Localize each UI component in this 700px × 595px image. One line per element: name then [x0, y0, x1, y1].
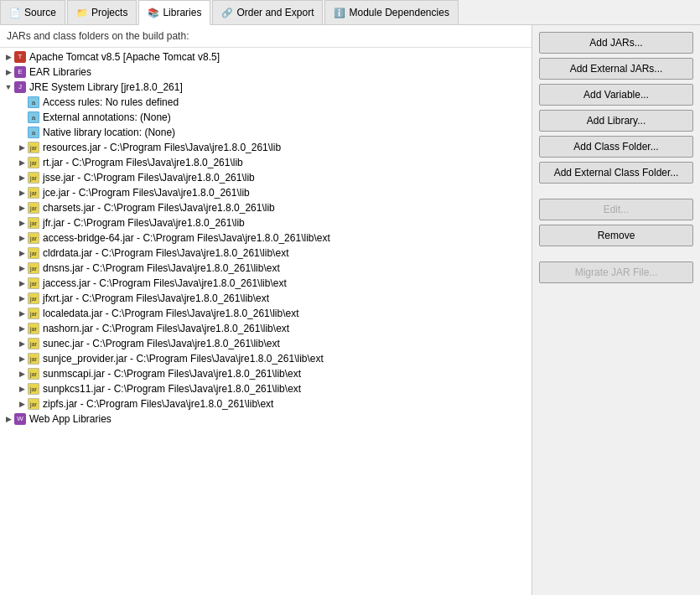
- tree-item[interactable]: J JRE System Library [jre1.8.0_261]: [0, 80, 531, 95]
- item-label: Access rules: No rules defined: [43, 96, 179, 108]
- item-icon-ear: E: [13, 65, 27, 79]
- item-icon-jar: jar: [27, 337, 40, 350]
- expand-arrow[interactable]: [17, 279, 27, 287]
- item-label: nashorn.jar - C:\Program Files\Java\jre1…: [43, 323, 289, 334]
- item-icon-jar: jar: [27, 141, 40, 154]
- tab-icon-order-export: 🔗: [221, 8, 233, 18]
- expand-arrow[interactable]: [17, 309, 27, 318]
- expand-arrow[interactable]: [17, 385, 27, 393]
- tree-item[interactable]: jar cldrdata.jar - C:\Program Files\Java…: [0, 246, 531, 261]
- tree-item[interactable]: jar localedata.jar - C:\Program Files\Ja…: [0, 306, 531, 321]
- tree-item[interactable]: jar jaccess.jar - C:\Program Files\Java\…: [0, 276, 531, 291]
- expand-arrow[interactable]: [17, 400, 27, 408]
- tree-item[interactable]: a Native library location: (None): [0, 125, 531, 140]
- tree-item[interactable]: a External annotations: (None): [0, 110, 531, 125]
- tree-item[interactable]: jar sunec.jar - C:\Program Files\Java\jr…: [0, 336, 531, 351]
- main-content: JARs and class folders on the build path…: [0, 25, 700, 595]
- tree-item[interactable]: a Access rules: No rules defined: [0, 95, 531, 110]
- add-external-class-folder-button[interactable]: Add External Class Folder...: [539, 162, 693, 184]
- expand-arrow[interactable]: [3, 53, 13, 61]
- item-label: dnsns.jar - C:\Program Files\Java\jre1.8…: [43, 262, 280, 274]
- item-label: jfxrt.jar - C:\Program Files\Java\jre1.8…: [43, 292, 269, 304]
- tree-item[interactable]: jar jsse.jar - C:\Program Files\Java\jre…: [0, 170, 531, 185]
- expand-arrow[interactable]: [17, 143, 27, 152]
- item-label: localedata.jar - C:\Program Files\Java\j…: [43, 308, 298, 319]
- button-spacer: [539, 251, 693, 257]
- tree-item[interactable]: jar zipfs.jar - C:\Program Files\Java\jr…: [0, 396, 531, 411]
- expand-arrow[interactable]: [17, 158, 27, 167]
- button-panel: Add JARs...Add External JARs...Add Varia…: [532, 25, 700, 595]
- tab-label-source: Source: [24, 7, 56, 18]
- tab-label-projects: Projects: [91, 7, 127, 18]
- expand-arrow[interactable]: [17, 204, 27, 212]
- tree-item[interactable]: jar access-bridge-64.jar - C:\Program Fi…: [0, 230, 531, 246]
- item-icon-jar: jar: [27, 186, 40, 199]
- add-variable-button[interactable]: Add Variable...: [539, 84, 693, 106]
- expand-arrow[interactable]: [17, 294, 27, 303]
- item-label: sunpkcs11.jar - C:\Program Files\Java\jr…: [43, 383, 301, 395]
- tab-source[interactable]: 📄Source: [0, 0, 65, 24]
- tab-icon-source: 📄: [9, 8, 21, 18]
- tree-item[interactable]: T Apache Tomcat v8.5 [Apache Tomcat v8.5…: [0, 49, 531, 65]
- expand-arrow[interactable]: [17, 370, 27, 378]
- expand-arrow[interactable]: [17, 339, 27, 348]
- tree-item[interactable]: jar jfr.jar - C:\Program Files\Java\jre1…: [0, 215, 531, 230]
- expand-arrow[interactable]: [3, 415, 13, 423]
- tab-label-order-export: Order and Export: [236, 7, 314, 18]
- item-label: Web App Libraries: [29, 413, 111, 425]
- migrate-jar-button: Migrate JAR File...: [539, 261, 693, 283]
- tree-item[interactable]: jar sunpkcs11.jar - C:\Program Files\Jav…: [0, 381, 531, 396]
- tab-order-export[interactable]: 🔗Order and Export: [212, 0, 323, 24]
- tree-item[interactable]: jar resources.jar - C:\Program Files\Jav…: [0, 140, 531, 155]
- item-label: zipfs.jar - C:\Program Files\Java\jre1.8…: [43, 398, 273, 410]
- item-icon-jar: jar: [27, 156, 40, 169]
- tree-panel: JARs and class folders on the build path…: [0, 25, 532, 595]
- tab-module-dependencies[interactable]: ℹ️Module Dependencies: [324, 0, 458, 24]
- tree-item[interactable]: E EAR Libraries: [0, 65, 531, 80]
- expand-arrow[interactable]: [17, 249, 27, 257]
- tree-item[interactable]: W Web App Libraries: [0, 411, 531, 427]
- item-icon-web: W: [13, 412, 27, 426]
- item-label: jce.jar - C:\Program Files\Java\jre1.8.0…: [43, 187, 250, 199]
- tree-item[interactable]: jar jce.jar - C:\Program Files\Java\jre1…: [0, 185, 531, 200]
- tab-icon-projects: 📁: [76, 8, 88, 18]
- tree-item[interactable]: jar dnsns.jar - C:\Program Files\Java\jr…: [0, 261, 531, 276]
- add-external-jars-button[interactable]: Add External JARs...: [539, 58, 693, 80]
- expand-arrow[interactable]: [17, 234, 27, 242]
- add-jars-button[interactable]: Add JARs...: [539, 32, 693, 54]
- item-icon-jar: jar: [27, 292, 40, 305]
- item-icon-jar: jar: [27, 216, 40, 230]
- item-icon-jar: jar: [27, 231, 40, 245]
- tree-item[interactable]: jar sunmscapi.jar - C:\Program Files\Jav…: [0, 366, 531, 381]
- tab-label-module-dependencies: Module Dependencies: [349, 7, 449, 18]
- expand-arrow[interactable]: [17, 173, 27, 182]
- tree-item[interactable]: jar jfxrt.jar - C:\Program Files\Java\jr…: [0, 291, 531, 306]
- item-label: sunmscapi.jar - C:\Program Files\Java\jr…: [43, 368, 301, 380]
- expand-arrow[interactable]: [17, 354, 27, 363]
- tab-libraries[interactable]: 📚Libraries: [138, 0, 210, 25]
- item-label: jfr.jar - C:\Program Files\Java\jre1.8.0…: [43, 217, 245, 229]
- expand-arrow[interactable]: [17, 219, 27, 227]
- remove-button[interactable]: Remove: [539, 225, 693, 246]
- tree-item[interactable]: jar nashorn.jar - C:\Program Files\Java\…: [0, 321, 531, 336]
- add-library-button[interactable]: Add Library...: [539, 110, 693, 132]
- tree-item[interactable]: jar charsets.jar - C:\Program Files\Java…: [0, 200, 531, 215]
- item-label: sunjce_provider.jar - C:\Program Files\J…: [43, 353, 324, 365]
- tree-item[interactable]: jar sunjce_provider.jar - C:\Program Fil…: [0, 351, 531, 366]
- tree: T Apache Tomcat v8.5 [Apache Tomcat v8.5…: [0, 48, 531, 428]
- add-class-folder-button[interactable]: Add Class Folder...: [539, 136, 693, 158]
- edit-button: Edit...: [539, 199, 693, 220]
- expand-arrow[interactable]: [17, 324, 27, 333]
- item-icon-jar: jar: [27, 261, 40, 275]
- item-icon-attr: a: [27, 96, 40, 109]
- expand-arrow[interactable]: [3, 68, 13, 76]
- expand-arrow[interactable]: [3, 83, 13, 91]
- item-icon-tomcat: T: [13, 50, 27, 64]
- expand-arrow[interactable]: [17, 264, 27, 272]
- expand-arrow[interactable]: [17, 189, 27, 197]
- item-label: charsets.jar - C:\Program Files\Java\jre…: [43, 202, 275, 214]
- tree-item[interactable]: jar rt.jar - C:\Program Files\Java\jre1.…: [0, 155, 531, 170]
- tab-projects[interactable]: 📁Projects: [67, 0, 137, 24]
- item-label: Native library location: (None): [43, 127, 175, 138]
- item-label: External annotations: (None): [43, 111, 171, 123]
